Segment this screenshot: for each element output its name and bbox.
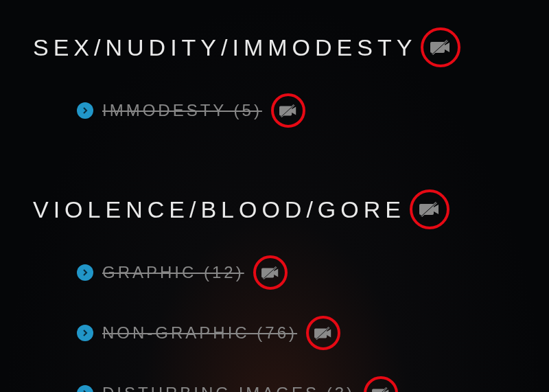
expand-button[interactable] bbox=[77, 325, 93, 341]
section-title: SEX/NUDITY/IMMODESTY bbox=[33, 34, 417, 61]
chevron-right-icon bbox=[82, 107, 89, 114]
sub-label: NON-GRAPHIC (76) bbox=[102, 323, 297, 343]
sub-label: DISTURBING IMAGES (3) bbox=[102, 384, 355, 392]
filter-toggle[interactable] bbox=[421, 27, 460, 67]
filter-section: SEX/NUDITY/IMMODESTY IMMODESTY (5) bbox=[33, 27, 549, 128]
filter-section: VIOLENCE/BLOOD/GORE GRAPHIC (12) bbox=[33, 189, 549, 392]
highlight-circle bbox=[253, 255, 288, 290]
sub-item: DISTURBING IMAGES (3) bbox=[77, 376, 549, 392]
chevron-right-icon bbox=[82, 269, 89, 276]
filter-toggle[interactable] bbox=[364, 376, 398, 392]
highlight-circle bbox=[410, 189, 449, 229]
filter-toggle[interactable] bbox=[306, 316, 340, 350]
sub-label: IMMODESTY (5) bbox=[102, 101, 262, 120]
chevron-right-icon bbox=[82, 330, 89, 336]
sub-item: NON-GRAPHIC (76) bbox=[77, 316, 549, 350]
highlight-circle bbox=[271, 93, 305, 128]
section-header[interactable]: SEX/NUDITY/IMMODESTY bbox=[33, 27, 549, 67]
sub-items: GRAPHIC (12) NON-GRAPHIC (76) bbox=[77, 255, 549, 392]
sub-item: GRAPHIC (12) bbox=[77, 255, 549, 290]
filter-toggle[interactable] bbox=[271, 93, 305, 128]
sub-item: IMMODESTY (5) bbox=[77, 93, 549, 128]
highlight-circle bbox=[306, 316, 340, 350]
filter-toggle[interactable] bbox=[410, 189, 449, 229]
section-title: VIOLENCE/BLOOD/GORE bbox=[33, 196, 406, 223]
sub-items: IMMODESTY (5) bbox=[77, 93, 549, 128]
highlight-circle bbox=[421, 27, 460, 67]
section-header[interactable]: VIOLENCE/BLOOD/GORE bbox=[33, 189, 549, 229]
expand-button[interactable] bbox=[77, 264, 93, 281]
expand-button[interactable] bbox=[77, 385, 93, 392]
sub-label: GRAPHIC (12) bbox=[102, 263, 244, 282]
highlight-circle bbox=[364, 376, 398, 392]
expand-button[interactable] bbox=[77, 102, 93, 119]
filter-toggle[interactable] bbox=[253, 255, 288, 290]
